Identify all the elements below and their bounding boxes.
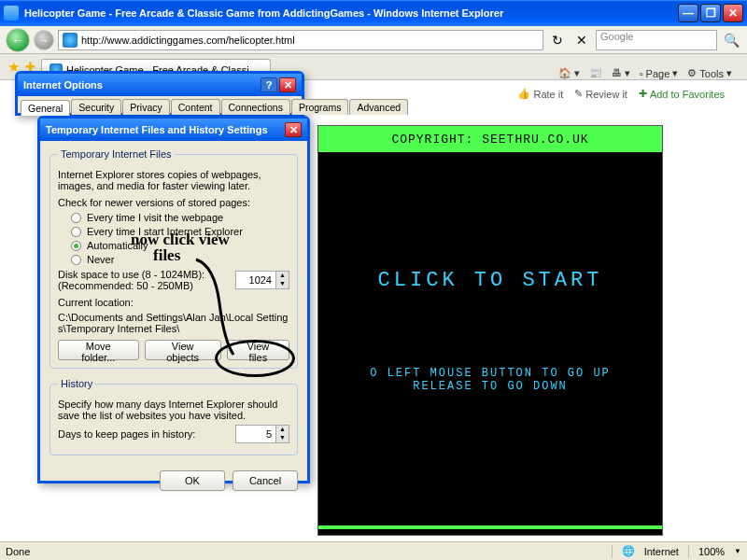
print-button[interactable]: 🖶 ▾ xyxy=(612,67,630,79)
spin-down-icon[interactable]: ▼ xyxy=(275,280,289,288)
temp-files-titlebar[interactable]: Temporary Internet Files and History Set… xyxy=(40,119,307,141)
radio-never[interactable]: Never xyxy=(71,254,289,265)
annotation-circle-icon xyxy=(215,340,295,377)
current-location-path: C:\Documents and Settings\Alan Jan\Local… xyxy=(58,312,289,334)
game-start-text: CLICK TO START xyxy=(318,269,662,292)
temp-files-group: Temporary Internet Files Internet Explor… xyxy=(49,148,298,369)
window-titlebar: Helicopter Game - Free Arcade & Classic … xyxy=(0,0,747,26)
current-location-label: Current location: xyxy=(58,297,289,308)
internet-options-titlebar[interactable]: Internet Options ? ✕ xyxy=(18,74,302,96)
feeds-button[interactable]: 📰 xyxy=(589,67,602,79)
page-actions: 👍 Rate it ✎ Review it ✚ Add to Favorites xyxy=(517,88,725,100)
refresh-button[interactable]: ↻ xyxy=(547,30,568,50)
status-bar: Done 🌐 Internet 100% ▼ xyxy=(0,541,747,560)
disk-space-rec: (Recommended: 50 - 250MB) xyxy=(58,280,222,291)
page-menu[interactable]: ▫ Page ▾ xyxy=(640,67,679,79)
minimize-button[interactable]: — xyxy=(678,4,698,22)
temp-files-dialog: Temporary Internet Files and History Set… xyxy=(37,116,310,483)
internet-options-title: Internet Options xyxy=(23,79,103,91)
internet-options-tabs: General Security Privacy Content Connect… xyxy=(18,96,302,115)
history-desc: Specify how many days Internet Explorer … xyxy=(58,399,289,421)
disk-space-spinner[interactable]: ▲▼ xyxy=(235,271,289,289)
tab-programs[interactable]: Programs xyxy=(291,99,349,115)
security-zone: Internet xyxy=(644,546,679,557)
tab-security[interactable]: Security xyxy=(71,99,121,115)
search-button[interactable]: 🔍 xyxy=(721,30,741,50)
zoom-dropdown-icon[interactable]: ▼ xyxy=(734,547,741,555)
help-button[interactable]: ? xyxy=(261,77,277,92)
navigation-bar: ← → ↻ ✕ Google 🔍 xyxy=(0,26,747,54)
tab-content[interactable]: Content xyxy=(171,99,220,115)
tools-menu[interactable]: ⚙ Tools ▾ xyxy=(687,67,732,79)
game-copyright: COPYRIGHT: SEETHRU.CO.UK xyxy=(318,126,662,152)
radio-automatically[interactable]: Automatically xyxy=(71,240,289,251)
status-text: Done xyxy=(6,546,30,557)
cancel-button[interactable]: Cancel xyxy=(233,470,298,491)
history-days-spinner[interactable]: ▲▼ xyxy=(235,425,289,443)
rate-link[interactable]: 👍 Rate it xyxy=(517,88,563,100)
ok-button[interactable]: OK xyxy=(160,470,225,491)
zone-icon: 🌐 xyxy=(622,545,635,557)
view-objects-button[interactable]: View objects xyxy=(145,340,221,360)
home-button[interactable]: 🏠 ▾ xyxy=(558,67,580,79)
temp-files-desc: Internet Explorer stores copies of webpa… xyxy=(58,169,289,191)
history-days-label: Days to keep pages in history: xyxy=(58,428,222,440)
dialog-close-button[interactable]: ✕ xyxy=(279,77,296,92)
radio-every-start[interactable]: Every time I start Internet Explorer xyxy=(71,226,289,237)
temp-files-close-button[interactable]: ✕ xyxy=(285,122,302,137)
disk-space-label: Disk space to use (8 - 1024MB): xyxy=(58,269,222,280)
zoom-level[interactable]: 100% xyxy=(698,546,725,557)
check-newer-label: Check for newer versions of stored pages… xyxy=(58,197,289,208)
page-favicon-icon xyxy=(63,33,78,48)
restore-button[interactable]: ❐ xyxy=(700,4,721,22)
history-group: History Specify how many days Internet E… xyxy=(49,378,298,455)
tab-connections[interactable]: Connections xyxy=(221,99,290,115)
ie-icon xyxy=(4,6,19,21)
disk-space-input[interactable] xyxy=(236,274,275,286)
spin-down-icon[interactable]: ▼ xyxy=(275,434,289,442)
url-input[interactable] xyxy=(81,35,539,46)
history-days-input[interactable] xyxy=(236,428,275,440)
temp-files-title: Temporary Internet Files and History Set… xyxy=(46,124,268,135)
tab-privacy[interactable]: Privacy xyxy=(122,99,169,115)
radio-every-visit[interactable]: Every time I visit the webpage xyxy=(71,212,289,223)
forward-button[interactable]: → xyxy=(34,30,54,50)
game-ground xyxy=(318,525,662,529)
temp-files-legend: Temporary Internet Files xyxy=(58,148,175,160)
move-folder-button[interactable]: Move folder... xyxy=(58,340,139,360)
game-instruction-2: RELEASE TO GO DOWN xyxy=(318,380,662,393)
game-instruction-1: O LEFT MOUSE BUTTON TO GO UP xyxy=(318,367,662,380)
back-button[interactable]: ← xyxy=(6,28,30,52)
review-link[interactable]: ✎ Review it xyxy=(574,88,627,100)
search-box[interactable]: Google xyxy=(596,30,717,50)
close-button[interactable]: ✕ xyxy=(723,4,743,22)
game-canvas[interactable]: COPYRIGHT: SEETHRU.CO.UK CLICK TO START … xyxy=(317,125,663,536)
address-bar[interactable] xyxy=(58,30,543,50)
spin-up-icon[interactable]: ▲ xyxy=(275,426,289,434)
history-legend: History xyxy=(58,378,95,389)
spin-up-icon[interactable]: ▲ xyxy=(275,272,289,280)
stop-button[interactable]: ✕ xyxy=(571,30,592,50)
add-favorites-link[interactable]: ✚ Add to Favorites xyxy=(639,88,725,100)
tab-general[interactable]: General xyxy=(21,100,70,116)
window-title: Helicopter Game - Free Arcade & Classic … xyxy=(24,7,676,19)
internet-options-dialog: Internet Options ? ✕ General Security Pr… xyxy=(15,71,304,116)
tab-advanced[interactable]: Advanced xyxy=(349,99,408,115)
